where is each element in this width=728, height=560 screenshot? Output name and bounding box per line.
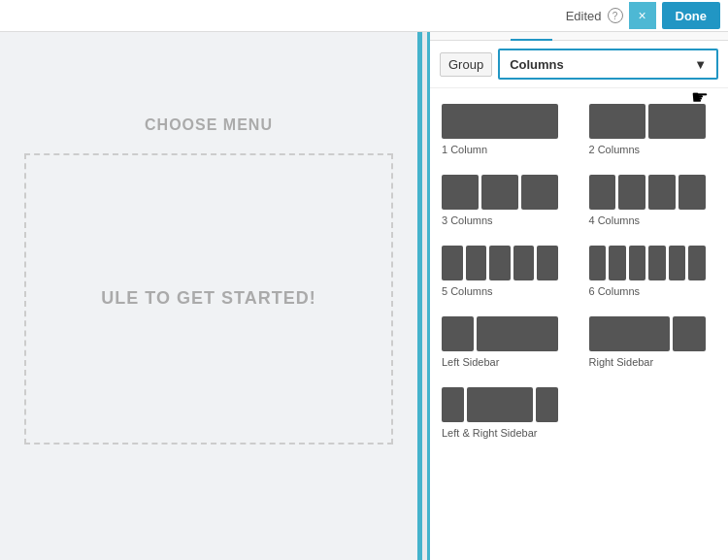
col-block [589,316,671,351]
col-block [688,246,706,280]
col-block [513,246,535,280]
col-block [618,175,645,210]
layout-left-sidebar[interactable]: Left Sidebar [442,316,570,368]
layout-4col-preview [589,175,706,210]
col-block [648,175,676,210]
edited-label: Edited [566,9,602,23]
layout-1col-preview [442,104,558,139]
layout-4-columns[interactable]: 4 Columns [589,175,717,226]
layout-1-column[interactable]: 1 Column [442,104,570,155]
layout-3-columns[interactable]: 3 Columns [442,175,570,226]
layout-2-columns[interactable]: 2 Columns [589,104,717,155]
layout-lr-sidebar-label: Left & Right Sidebar [442,427,537,439]
layout-2col-preview [589,104,706,139]
layout-6col-label: 6 Columns [589,285,641,297]
col-block [589,175,616,210]
layout-3col-preview [442,175,558,210]
col-block [536,387,558,422]
col-block [648,104,706,139]
col-block [609,246,626,280]
col-block [466,246,487,280]
canvas-area: CHOOSE MENU ULE TO GET STARTED! [0,0,417,560]
col-block [673,316,705,351]
layout-right-sidebar[interactable]: Right Sidebar [589,316,717,368]
col-block [669,246,686,280]
col-block [442,246,463,280]
panel-accent [417,0,422,560]
choose-menu-title: CHOOSE MENU [24,116,393,134]
layout-right-sidebar-preview [589,316,706,351]
layout-4col-label: 4 Columns [589,214,641,226]
layout-lr-sidebar-preview [442,387,558,422]
col-block [442,104,558,139]
done-button[interactable]: Done [662,2,721,29]
choose-menu: CHOOSE MENU ULE TO GET STARTED! [24,116,393,445]
col-block [477,316,558,351]
col-block [678,175,706,210]
layout-5col-preview [442,246,558,280]
dropdown-row: Group Columns ▼ [430,41,728,88]
layout-1col-label: 1 Column [442,144,487,155]
panel-content: 1 Column 2 Columns 3 Columns [430,88,728,560]
layout-3col-label: 3 Columns [442,214,493,226]
layout-6col-preview [589,246,706,280]
columns-dropdown[interactable]: Columns ▼ [498,49,718,80]
panel: Modules Rows Templates Saved Group Colum… [427,0,728,560]
layout-2col-label: 2 Columns [589,144,641,155]
layout-6-columns[interactable]: 6 Columns [589,246,717,297]
col-block [629,246,646,280]
col-block [489,246,511,280]
layout-left-sidebar-label: Left Sidebar [442,356,499,368]
col-block [648,246,666,280]
col-block [589,104,646,139]
col-block [442,316,474,351]
dropdown-selected: Columns [510,57,564,72]
close-button[interactable]: × [629,2,656,29]
chevron-down-icon: ▼ [694,57,707,72]
col-block [589,246,607,280]
layout-left-right-sidebar[interactable]: Left & Right Sidebar [442,387,570,439]
help-icon[interactable]: ? [608,8,623,23]
col-block [442,175,479,210]
col-block [442,387,464,422]
col-block [537,246,558,280]
layout-right-sidebar-label: Right Sidebar [589,356,654,368]
dashed-box: ULE TO GET STARTED! [24,153,393,445]
group-label[interactable]: Group [440,52,492,77]
layout-5col-label: 5 Columns [442,285,493,297]
layout-grid: 1 Column 2 Columns 3 Columns [442,104,716,439]
col-block [481,175,518,210]
layout-left-sidebar-preview [442,316,558,351]
col-block [521,175,558,210]
col-block [467,387,532,422]
top-bar: Edited ? × Done [0,0,728,32]
layout-5-columns[interactable]: 5 Columns [442,246,570,297]
started-text: ULE TO GET STARTED! [101,288,315,309]
